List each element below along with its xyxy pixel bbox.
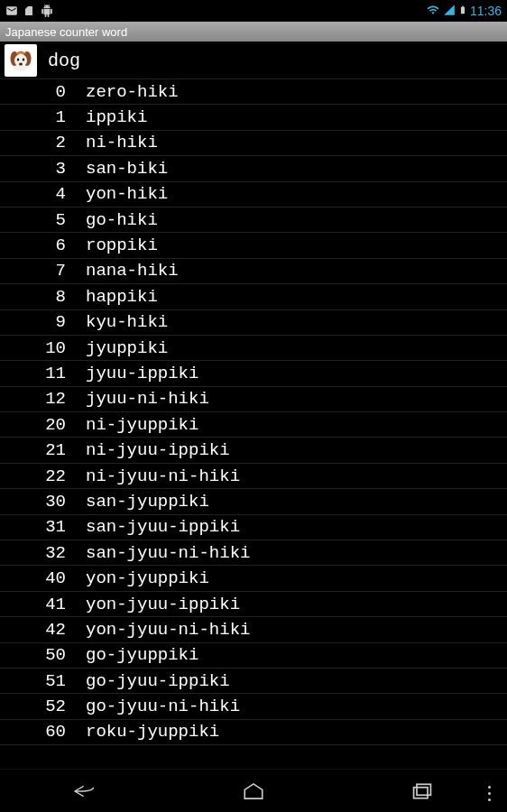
counter-word: yon-jyuu-ni-hiki xyxy=(86,620,250,640)
counter-word: san-jyuu-ippiki xyxy=(86,517,240,537)
list-item[interactable]: 4yon-hiki xyxy=(0,182,507,208)
counter-word: kyu-hiki xyxy=(86,312,168,332)
battery-icon xyxy=(458,4,467,19)
status-bar: 11:36 xyxy=(0,0,507,22)
list-item[interactable]: 2ni-hiki xyxy=(0,131,507,156)
counter-word: roku-jyuppiki xyxy=(86,722,219,742)
status-right: 11:36 xyxy=(426,4,502,19)
list-item[interactable]: 30san-jyuppiki xyxy=(0,489,507,514)
list-item[interactable]: 32san-jyuu-ni-hiki xyxy=(0,540,507,566)
app-title-bar: Japanese counter word xyxy=(0,22,507,42)
counter-number: 4 xyxy=(0,184,86,204)
counter-number: 6 xyxy=(0,235,86,255)
counter-list[interactable]: 0zero-hiki1ippiki2ni-hiki3san-biki4yon-h… xyxy=(0,79,507,745)
counter-number: 20 xyxy=(0,415,86,435)
list-item[interactable]: 12jyuu-ni-hiki xyxy=(0,387,507,412)
counter-number: 7 xyxy=(0,261,86,281)
sd-icon xyxy=(23,5,34,17)
list-item[interactable]: 50go-jyuppiki xyxy=(0,643,507,669)
wifi-icon xyxy=(426,4,440,19)
counter-word: go-jyuu-ippiki xyxy=(86,671,230,691)
counter-number: 8 xyxy=(0,287,86,307)
counter-number: 2 xyxy=(0,133,86,152)
list-item[interactable]: 3san-biki xyxy=(0,156,507,181)
content-area: dog 0zero-hiki1ippiki2ni-hiki3san-biki4y… xyxy=(0,42,507,745)
counter-number: 12 xyxy=(0,389,86,409)
counter-word: ni-jyuu-ni-hiki xyxy=(86,466,240,486)
list-item[interactable]: 10jyuppiki xyxy=(0,336,507,361)
svg-point-4 xyxy=(17,59,20,61)
counter-number: 11 xyxy=(0,364,86,383)
list-item[interactable]: 31san-jyuu-ippiki xyxy=(0,515,507,540)
counter-word: san-jyuu-ni-hiki xyxy=(86,543,250,563)
list-item[interactable]: 60roku-jyuppiki xyxy=(0,720,507,745)
counter-word: yon-jyuppiki xyxy=(86,568,209,588)
list-item[interactable]: 51go-jyuu-ippiki xyxy=(0,669,507,694)
header-row[interactable]: dog xyxy=(0,42,507,79)
counter-word: ni-hiki xyxy=(86,133,158,152)
list-item[interactable]: 5go-hiki xyxy=(0,208,507,233)
navigation-bar xyxy=(0,769,507,812)
list-item[interactable]: 1ippiki xyxy=(0,105,507,130)
counter-word: ippiki xyxy=(86,107,147,127)
list-item[interactable]: 22ni-jyuu-ni-hiki xyxy=(0,464,507,489)
counter-number: 30 xyxy=(0,492,86,512)
counter-number: 40 xyxy=(0,568,86,588)
dog-icon xyxy=(5,44,37,77)
counter-number: 1 xyxy=(0,107,86,127)
android-icon xyxy=(40,5,54,17)
counter-number: 52 xyxy=(0,697,86,716)
counter-number: 32 xyxy=(0,543,86,563)
svg-rect-7 xyxy=(414,787,428,798)
counter-word: zero-hiki xyxy=(86,82,179,102)
recents-button[interactable] xyxy=(386,770,458,813)
counter-number: 21 xyxy=(0,440,86,460)
app-title: Japanese counter word xyxy=(5,25,127,39)
svg-point-5 xyxy=(23,59,25,61)
counter-word: jyuppiki xyxy=(86,338,168,358)
counter-word: san-biki xyxy=(86,159,168,179)
list-item[interactable]: 6roppiki xyxy=(0,233,507,258)
counter-number: 9 xyxy=(0,312,86,332)
counter-word: yon-jyuu-ippiki xyxy=(86,595,240,614)
list-item[interactable]: 42yon-jyuu-ni-hiki xyxy=(0,617,507,642)
counter-number: 42 xyxy=(0,620,86,640)
counter-number: 31 xyxy=(0,517,86,537)
status-left xyxy=(5,5,54,17)
counter-word: nana-hiki xyxy=(86,261,179,281)
back-button[interactable] xyxy=(49,770,121,813)
home-button[interactable] xyxy=(217,770,290,813)
counter-number: 0 xyxy=(0,82,86,102)
list-item[interactable]: 20ni-jyuppiki xyxy=(0,412,507,438)
counter-word: jyuu-ni-hiki xyxy=(86,389,209,409)
list-item[interactable]: 11jyuu-ippiki xyxy=(0,361,507,386)
list-item[interactable]: 41yon-jyuu-ippiki xyxy=(0,592,507,617)
gmail-icon xyxy=(5,5,18,17)
menu-button[interactable] xyxy=(488,786,491,801)
svg-rect-8 xyxy=(417,784,430,795)
list-item[interactable]: 52go-jyuu-ni-hiki xyxy=(0,694,507,719)
clock-time: 11:36 xyxy=(470,4,502,18)
counter-word: san-jyuppiki xyxy=(86,492,209,512)
list-item[interactable]: 40yon-jyuppiki xyxy=(0,566,507,591)
signal-icon xyxy=(443,4,456,19)
list-item[interactable]: 7nana-hiki xyxy=(0,259,507,284)
counter-number: 3 xyxy=(0,159,86,179)
counter-word: jyuu-ippiki xyxy=(86,364,198,383)
list-item[interactable]: 8happiki xyxy=(0,284,507,309)
counter-word: go-jyuppiki xyxy=(86,645,198,665)
list-item[interactable]: 21ni-jyuu-ippiki xyxy=(0,438,507,463)
counter-word: ni-jyuppiki xyxy=(86,415,198,435)
counter-word: go-jyuu-ni-hiki xyxy=(86,697,240,716)
counter-number: 22 xyxy=(0,466,86,486)
counter-number: 50 xyxy=(0,645,86,665)
counter-word: ni-jyuu-ippiki xyxy=(86,440,230,460)
counter-number: 5 xyxy=(0,210,86,230)
counter-word: yon-hiki xyxy=(86,184,168,204)
counter-number: 41 xyxy=(0,595,86,614)
list-item[interactable]: 0zero-hiki xyxy=(0,79,507,105)
counter-word: happiki xyxy=(86,287,158,307)
counter-word: go-hiki xyxy=(86,210,158,230)
header-label: dog xyxy=(48,51,80,71)
list-item[interactable]: 9kyu-hiki xyxy=(0,310,507,336)
